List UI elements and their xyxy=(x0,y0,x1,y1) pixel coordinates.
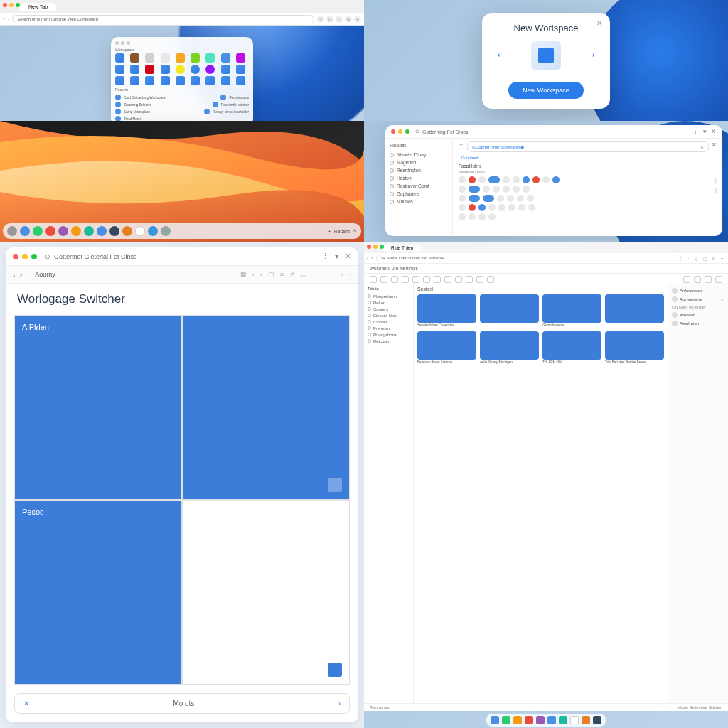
sidebar-item[interactable]: Riveryshons xyxy=(368,331,410,338)
browser-tab[interactable]: New Tab xyxy=(20,3,56,11)
action-icon[interactable]: ⋮ xyxy=(321,252,329,261)
library-icon[interactable] xyxy=(493,186,500,193)
chevron-right-icon[interactable]: ) xyxy=(714,177,717,183)
library-icon[interactable] xyxy=(507,195,514,202)
workspace-tile[interactable] xyxy=(182,315,350,500)
library-icon[interactable] xyxy=(478,204,486,211)
url-input[interactable]: Sk Scebe lurer Shoner tlan Warlsoie xyxy=(376,255,682,262)
app-icon[interactable] xyxy=(161,53,170,63)
menu-icon[interactable]: ⊙ xyxy=(345,16,352,23)
library-icon[interactable] xyxy=(497,195,504,202)
app-icon[interactable] xyxy=(205,76,215,85)
panel-item[interactable]: Aetolroten xyxy=(672,319,724,328)
taskbar-icon[interactable] xyxy=(122,226,132,236)
maximize-icon[interactable] xyxy=(31,254,37,259)
app-icon[interactable] xyxy=(115,53,124,63)
thumbnail[interactable]: Beantore thisen Framste xyxy=(417,331,476,365)
close-icon[interactable] xyxy=(13,254,18,259)
workspace-tile[interactable]: A Plrlen xyxy=(14,315,182,500)
library-icon[interactable] xyxy=(459,195,466,202)
app-icon[interactable] xyxy=(130,76,139,85)
app-icon[interactable] xyxy=(130,53,139,63)
close-icon[interactable] xyxy=(3,3,7,7)
library-icon[interactable] xyxy=(469,213,476,220)
toolbar-icon[interactable]: ▢ xyxy=(268,271,274,278)
ext-icon[interactable]: ◇ xyxy=(693,255,700,262)
dock-icon[interactable] xyxy=(502,716,510,724)
tool-icon[interactable] xyxy=(694,276,701,283)
dock-icon[interactable] xyxy=(582,716,590,724)
app-icon[interactable] xyxy=(145,65,154,74)
dock-icon[interactable] xyxy=(593,716,601,724)
action-icon[interactable]: ▾ xyxy=(703,128,707,135)
app-icon[interactable] xyxy=(176,65,185,74)
taskbar-icon[interactable] xyxy=(135,226,145,236)
thumbnail[interactable]: Aelsi Shdary Rinorigen xyxy=(480,331,539,365)
app-icon[interactable] xyxy=(236,65,245,74)
back-icon[interactable]: ← xyxy=(459,141,464,152)
sync-icon[interactable]: ○ xyxy=(317,16,324,23)
dock-icon[interactable] xyxy=(513,716,522,724)
toolbar-icon[interactable]: ≡ xyxy=(280,271,284,278)
library-icon[interactable] xyxy=(459,204,466,211)
close-icon[interactable]: ✕ xyxy=(345,252,351,261)
app-icon[interactable] xyxy=(221,76,230,85)
minimize-icon[interactable] xyxy=(22,254,28,259)
app-icon[interactable] xyxy=(221,65,230,74)
dock-icon[interactable] xyxy=(525,716,533,724)
plus-icon[interactable]: + xyxy=(328,229,331,234)
library-icon[interactable] xyxy=(459,176,466,183)
library-icon[interactable] xyxy=(513,186,520,193)
taskbar-icon[interactable] xyxy=(84,226,94,236)
dock-icon[interactable] xyxy=(570,716,579,724)
action-icon[interactable]: ⋮ xyxy=(692,128,699,135)
dock-icon[interactable] xyxy=(491,716,499,724)
thumbnail[interactable]: Trini Bari Mes Ternltet Feerer xyxy=(605,331,664,365)
toolbar-icon[interactable]: ‹ xyxy=(252,271,255,278)
tool-icon[interactable] xyxy=(444,276,451,283)
taskbar-icon[interactable] xyxy=(33,226,43,236)
app-icon[interactable] xyxy=(145,53,154,63)
forward-icon[interactable]: › xyxy=(20,270,23,279)
library-icon[interactable] xyxy=(469,176,476,183)
ext-icon[interactable]: ▢ xyxy=(702,255,708,262)
dock-icon[interactable] xyxy=(547,716,556,724)
workspace-tile[interactable]: Pesoc xyxy=(14,500,182,685)
back-icon[interactable]: ‹ xyxy=(367,256,368,261)
dock-icon[interactable] xyxy=(559,716,567,724)
taskbar-icon[interactable] xyxy=(97,226,107,236)
arrow-left-icon[interactable]: ← xyxy=(492,45,510,65)
breadcrumb[interactable]: Aourny xyxy=(35,271,55,278)
taskbar-icon[interactable] xyxy=(148,226,158,236)
app-icon[interactable] xyxy=(145,76,154,85)
forward-icon[interactable]: › xyxy=(8,16,10,22)
tool-icon[interactable] xyxy=(683,276,690,283)
workspace-tile[interactable] xyxy=(182,500,350,685)
recent-label[interactable]: Recent xyxy=(334,229,350,234)
tool-icon[interactable] xyxy=(705,276,712,283)
tool-icon[interactable] xyxy=(423,276,430,283)
profile-icon[interactable]: ⋮ xyxy=(336,16,343,23)
library-icon[interactable] xyxy=(469,204,476,211)
app-icon[interactable] xyxy=(191,53,200,63)
more-icon[interactable]: + xyxy=(719,255,725,262)
library-icon[interactable] xyxy=(513,176,520,183)
app-icon[interactable] xyxy=(191,65,200,74)
tray-icon[interactable]: ⊝ xyxy=(353,228,357,234)
tool-icon[interactable] xyxy=(487,276,494,283)
maximize-icon[interactable] xyxy=(380,245,384,249)
app-icon[interactable] xyxy=(161,76,170,85)
maximize-icon[interactable] xyxy=(16,3,20,7)
taskbar-icon[interactable] xyxy=(109,226,119,236)
library-icon[interactable] xyxy=(488,176,500,183)
sidebar-item[interactable]: Heston xyxy=(390,174,448,182)
tool-icon[interactable] xyxy=(715,276,722,283)
toolbar-icon[interactable]: ↗ xyxy=(289,271,295,278)
app-icon[interactable] xyxy=(115,76,124,85)
library-icon[interactable] xyxy=(542,176,550,183)
taskbar-icon[interactable] xyxy=(71,226,81,236)
close-icon[interactable] xyxy=(367,245,371,249)
app-icon[interactable] xyxy=(191,76,200,85)
sidebar-item[interactable]: Mogerten xyxy=(390,159,448,166)
library-icon[interactable] xyxy=(478,213,486,220)
